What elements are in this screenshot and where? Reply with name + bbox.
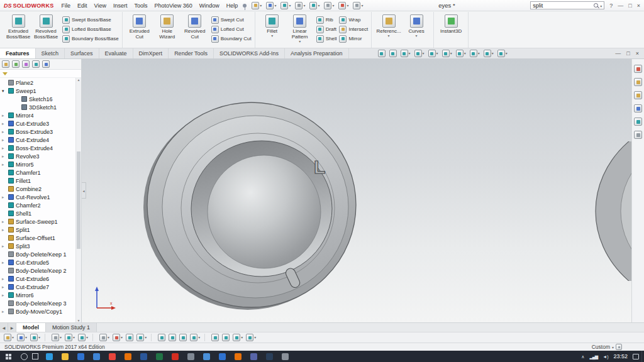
quick-tool-button[interactable] [324, 2, 334, 9]
quick-tool-button[interactable] [338, 2, 348, 9]
expand-arrow-icon[interactable] [2, 89, 6, 93]
quick-tool-button[interactable] [309, 2, 319, 9]
tree-item[interactable]: Sweep1 [0, 87, 75, 95]
toolbar-button[interactable] [113, 334, 123, 341]
cortana-search-icon[interactable] [21, 353, 28, 360]
view-tool-button[interactable] [456, 50, 466, 57]
tree-item[interactable]: Split3 [0, 242, 75, 250]
tray-chevron-up-icon[interactable]: ∧ [581, 354, 584, 359]
ribbon-button[interactable]: Lofted Cut [211, 25, 252, 33]
tree-item[interactable]: Cut-Extrude3 [0, 119, 75, 128]
custom-scale-control[interactable]: Custom [592, 344, 622, 350]
tree-item[interactable]: Body-Delete/Keep 3 [0, 299, 75, 307]
expand-arrow-icon[interactable] [2, 195, 6, 199]
view-tool-button[interactable] [497, 50, 508, 57]
network-icon[interactable]: ▂▄▆ [589, 354, 597, 359]
expand-arrow-icon[interactable] [2, 293, 6, 297]
ribbon-button[interactable]: Hole Wizard [153, 13, 181, 40]
ribbon-button[interactable]: Wrap [339, 16, 368, 24]
menu-item[interactable]: Help [226, 3, 238, 9]
tree-item[interactable]: Revolve3 [0, 152, 75, 160]
doc-minimize-button[interactable]: — [615, 50, 621, 57]
task-pane-icon[interactable] [634, 118, 642, 126]
ribbon-button[interactable]: Revolved Boss/Base [32, 13, 60, 40]
task-pane-icon[interactable] [634, 131, 642, 139]
menu-item[interactable]: View [94, 3, 106, 9]
view-tool-button[interactable] [428, 50, 438, 57]
menu-item[interactable]: Insert [113, 3, 128, 9]
toolbar-button[interactable] [136, 334, 152, 341]
show-desktop-button[interactable] [641, 351, 644, 362]
task-pane-icon[interactable] [634, 104, 642, 112]
toolbar-button[interactable] [158, 334, 165, 341]
search-input[interactable]: split [530, 1, 604, 9]
ribbon-button[interactable]: Extruded Cut [126, 13, 153, 40]
quick-tool-button[interactable] [295, 2, 305, 9]
doc-close-button[interactable]: × [636, 50, 639, 57]
graphics-viewport[interactable]: ◂ [82, 59, 631, 322]
tree-item[interactable]: Boss-Extrude3 [0, 128, 75, 136]
tree-item[interactable]: Chamfer2 [0, 201, 75, 209]
toolbar-button[interactable] [17, 334, 27, 341]
ribbon-button[interactable]: Boundary Boss/Base [62, 35, 119, 43]
ribbon-tab[interactable]: Evaluate [99, 48, 133, 58]
tree-item[interactable]: Cut-Extrude5 [0, 258, 75, 266]
ribbon-button[interactable]: Fillet [258, 13, 286, 43]
maximize-button[interactable]: □ [628, 3, 631, 9]
tree-item[interactable]: Boss-Extrude4 [0, 144, 75, 152]
expand-arrow-icon[interactable] [2, 285, 6, 289]
taskbar-app-icon[interactable] [172, 353, 179, 360]
taskbar-app-icon[interactable] [235, 353, 242, 360]
taskbar-app-icon[interactable] [187, 353, 194, 360]
panel-tab-icon[interactable] [2, 60, 9, 68]
toolbar-button[interactable] [246, 334, 256, 341]
taskbar-app-icon[interactable] [156, 353, 163, 360]
taskbar-app-icon[interactable] [77, 353, 84, 360]
taskbar-app-icon[interactable] [93, 353, 100, 360]
ribbon-button[interactable]: Draft [316, 25, 337, 33]
ribbon-tab[interactable]: Features [0, 48, 36, 58]
help-button[interactable]: ? [609, 3, 613, 9]
search-value[interactable]: split [533, 3, 592, 9]
ribbon-button[interactable]: Intersect [339, 25, 368, 33]
tree-item[interactable]: Surface-Sweep1 [0, 217, 75, 226]
taskbar-app-icon[interactable] [250, 353, 257, 360]
search-dropdown-icon[interactable] [600, 3, 602, 9]
taskbar-app-icon[interactable] [282, 353, 289, 360]
close-button[interactable]: × [637, 3, 640, 9]
pin-toolbar-icon[interactable] [243, 4, 247, 8]
minimize-button[interactable]: — [618, 3, 623, 9]
expand-arrow-icon[interactable] [2, 228, 6, 232]
ribbon-button[interactable]: Boundary Cut [211, 35, 252, 43]
tree-item[interactable]: Cut-Extrude7 [0, 283, 75, 291]
ribbon-button[interactable]: Curves [402, 13, 430, 38]
task-pane-icon[interactable] [634, 65, 642, 73]
menu-item[interactable]: Tools [134, 3, 147, 9]
expand-arrow-icon[interactable] [2, 260, 6, 265]
scrollbar-thumb[interactable] [77, 151, 80, 250]
second-body-partial[interactable] [586, 141, 631, 281]
expand-arrow-icon[interactable] [2, 309, 6, 314]
tree-item[interactable]: Mirror5 [0, 160, 75, 168]
ribbon-button[interactable]: Swept Boss/Base [62, 16, 119, 24]
menu-item[interactable]: Edit [77, 3, 87, 9]
expand-arrow-icon[interactable] [2, 138, 6, 142]
ribbon-button[interactable]: Revolved Cut [181, 13, 209, 40]
tab-scroll-left-icon[interactable]: ◀ [0, 323, 8, 332]
ribbon-tab[interactable]: Render Tools [169, 48, 214, 58]
task-pane-icon[interactable] [634, 91, 642, 99]
toolbar-button[interactable] [52, 334, 62, 341]
quick-tool-button[interactable] [353, 2, 363, 9]
expand-arrow-icon[interactable] [2, 154, 6, 158]
tree-item[interactable]: 3DSketch1 [0, 103, 75, 111]
menu-item[interactable]: Window [199, 3, 219, 9]
quick-tool-button[interactable] [280, 2, 291, 9]
panel-tab-icon[interactable] [42, 60, 50, 68]
tree-item[interactable]: Shell1 [0, 209, 75, 217]
tree-item[interactable]: Cut-Extrude4 [0, 136, 75, 144]
tree-item[interactable]: Mirror6 [0, 291, 75, 299]
menu-item[interactable]: File [62, 3, 71, 9]
view-tool-button[interactable] [470, 50, 480, 57]
view-tool-button[interactable] [378, 50, 386, 57]
panel-tab-icon[interactable] [22, 60, 30, 68]
